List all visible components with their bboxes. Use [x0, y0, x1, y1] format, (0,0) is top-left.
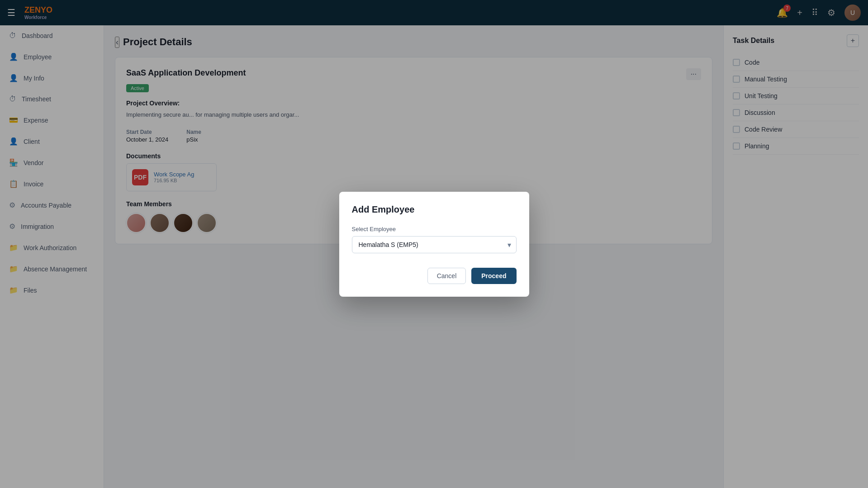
add-employee-modal: Add Employee Select Employee Hemalatha S…	[339, 192, 529, 297]
select-employee-label: Select Employee	[352, 226, 517, 232]
select-wrapper: Hemalatha S (EMP5) John Doe (EMP1) Jane …	[352, 236, 517, 253]
modal-actions: Cancel Proceed	[352, 268, 517, 284]
proceed-button[interactable]: Proceed	[471, 268, 516, 284]
cancel-button[interactable]: Cancel	[427, 268, 466, 284]
modal-overlay[interactable]: Add Employee Select Employee Hemalatha S…	[0, 0, 868, 488]
modal-title: Add Employee	[352, 204, 517, 215]
employee-select[interactable]: Hemalatha S (EMP5) John Doe (EMP1) Jane …	[352, 236, 517, 253]
